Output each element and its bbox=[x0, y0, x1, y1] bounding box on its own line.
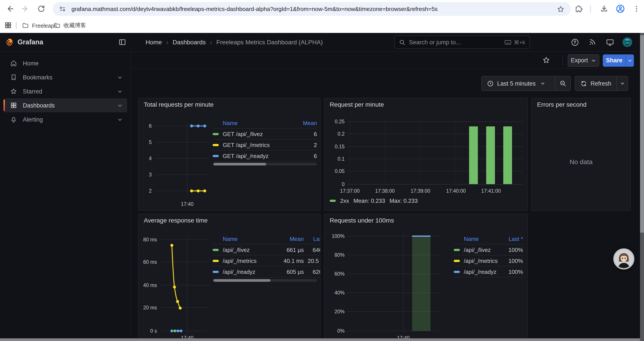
user-avatar[interactable] bbox=[622, 37, 632, 47]
bookmark-star-icon[interactable] bbox=[557, 5, 565, 13]
series-name[interactable]: GET /api/_/readyz bbox=[223, 153, 298, 159]
refresh-interval-button[interactable] bbox=[617, 76, 628, 90]
chevron-down-icon[interactable] bbox=[117, 117, 123, 122]
keyboard-icon bbox=[504, 38, 512, 46]
y-tick: 40% bbox=[324, 289, 344, 296]
profile-icon[interactable] bbox=[615, 4, 626, 14]
panel-title[interactable]: Requests under 100ms bbox=[330, 217, 394, 224]
export-button[interactable]: Export bbox=[568, 54, 599, 67]
sidebar-item-bookmarks[interactable]: Bookmarks bbox=[4, 70, 127, 84]
sidebar-item-alerting[interactable]: Alerting bbox=[4, 112, 127, 126]
series-name[interactable]: 2xx bbox=[340, 197, 349, 204]
floating-assistant-avatar[interactable] bbox=[613, 248, 634, 269]
horizontal-scrollbar[interactable] bbox=[0, 338, 640, 341]
y-tick: 0.05 bbox=[325, 168, 344, 175]
sidebar-item-starred[interactable]: Starred bbox=[4, 84, 127, 98]
refresh-controls: Refresh bbox=[575, 76, 628, 91]
y-tick: 80 ms bbox=[138, 236, 157, 243]
panel-errors-per-second[interactable]: Errors per second No data bbox=[531, 98, 631, 211]
brand-title[interactable]: Grafana bbox=[18, 38, 43, 46]
news-rss-icon[interactable] bbox=[588, 38, 597, 47]
sidebar-toggle-icon[interactable] bbox=[118, 38, 126, 46]
search-box[interactable]: ⌘+k bbox=[394, 36, 530, 49]
favorite-star-icon[interactable] bbox=[542, 56, 550, 64]
panel-avg-response-time[interactable]: Average response time 80 ms 60 ms 40 ms … bbox=[138, 214, 320, 341]
sidebar-item-home[interactable]: Home bbox=[4, 56, 127, 70]
grafana-logo[interactable] bbox=[4, 37, 14, 47]
x-tick: 17:41:00 bbox=[478, 187, 504, 194]
panel-title[interactable]: Total requests per minute bbox=[144, 101, 214, 108]
legend-row[interactable]: /api/_/metrics 100% bbox=[454, 255, 523, 266]
series-name[interactable]: GET /api/_/metrics bbox=[223, 142, 298, 148]
series-name[interactable]: /api/_/readyz bbox=[464, 268, 502, 275]
series-name[interactable]: /api/_/livez bbox=[464, 246, 502, 253]
chevron-down-icon[interactable] bbox=[117, 88, 123, 94]
vertical-scrollbar-thumb[interactable] bbox=[640, 35, 644, 233]
bookmark-folder-blogs[interactable]: 收藏博客 bbox=[54, 18, 86, 33]
url-input[interactable] bbox=[72, 6, 550, 12]
sidebar-item-dashboards[interactable]: Dashboards bbox=[4, 98, 127, 112]
url-bar[interactable] bbox=[52, 2, 571, 16]
share-button[interactable]: Share bbox=[603, 54, 626, 67]
panel-under-100ms[interactable]: Requests under 100ms 100% 80% 60% 40% 20… bbox=[324, 214, 528, 341]
chevron-down-icon[interactable] bbox=[117, 74, 123, 80]
legend-col-mean[interactable]: Mean bbox=[298, 120, 317, 126]
menu-icon[interactable] bbox=[631, 4, 642, 14]
panel-total-requests[interactable]: Total requests per minute 6 5 4 3 2 17:4… bbox=[138, 98, 320, 211]
apps-grid-icon[interactable] bbox=[4, 22, 12, 29]
bookmark-label: 收藏博客 bbox=[64, 22, 86, 29]
site-info-icon[interactable] bbox=[59, 5, 66, 13]
refresh-button[interactable]: Refresh bbox=[575, 76, 616, 90]
legend-col-name[interactable]: Name bbox=[223, 120, 298, 126]
series-last: 100% bbox=[502, 257, 523, 264]
series-name[interactable]: /api/_/livez bbox=[223, 246, 277, 253]
legend-row[interactable]: /api/_/metrics 40.1 ms 20.5 r bbox=[212, 255, 320, 266]
help-icon[interactable]: ? bbox=[570, 38, 579, 47]
sidebar-item-label: Starred bbox=[23, 88, 42, 95]
x-tick: 17:38:00 bbox=[372, 187, 398, 194]
panel-title[interactable]: Errors per second bbox=[537, 101, 586, 108]
series-name[interactable]: /api/_/readyz bbox=[223, 268, 277, 275]
legend-col-last[interactable]: Las bbox=[304, 235, 320, 242]
chevron-down-icon[interactable] bbox=[117, 103, 123, 108]
series-swatch bbox=[212, 249, 219, 251]
series-name[interactable]: /api/_/metrics bbox=[223, 257, 277, 264]
reload-icon[interactable] bbox=[36, 4, 46, 14]
time-range-picker[interactable]: Last 5 minutes bbox=[482, 76, 555, 90]
legend-row[interactable]: GET /api/_/readyz 6 bbox=[212, 150, 317, 161]
share-menu-button[interactable] bbox=[626, 54, 634, 67]
legend-col-last[interactable]: Last * bbox=[502, 235, 523, 242]
extensions-icon[interactable] bbox=[574, 4, 584, 14]
legend-row[interactable]: /api/_/readyz 605 µs 620 bbox=[212, 266, 320, 277]
y-tick: 20 ms bbox=[138, 304, 157, 311]
bookmark-folder-freeleaps[interactable]: Freeleaps bbox=[22, 18, 57, 33]
legend-scrollbar[interactable] bbox=[212, 279, 317, 282]
panel-title[interactable]: Average response time bbox=[144, 217, 208, 224]
legend-col-mean[interactable]: Mean bbox=[277, 235, 304, 242]
download-icon[interactable] bbox=[599, 4, 609, 14]
vertical-scrollbar[interactable] bbox=[640, 33, 644, 341]
help-glyph: ? bbox=[573, 40, 576, 45]
legend-row[interactable]: /api/_/livez 661 µs 646 bbox=[212, 244, 320, 255]
legend-row[interactable]: /api/_/livez 100% bbox=[454, 244, 523, 255]
forward-icon[interactable] bbox=[20, 4, 31, 14]
breadcrumb-dashboards[interactable]: Dashboards bbox=[172, 39, 206, 46]
legend-col-name[interactable]: Name bbox=[223, 235, 277, 242]
series-name[interactable]: GET /api/_/livez bbox=[223, 131, 298, 137]
search-input[interactable] bbox=[409, 39, 501, 46]
breadcrumb-home[interactable]: Home bbox=[146, 39, 162, 46]
y-tick: 0.25 bbox=[325, 118, 344, 125]
legend-row[interactable]: GET /api/_/livez 6 bbox=[212, 128, 317, 139]
monitor-icon[interactable] bbox=[606, 38, 614, 47]
legend-row[interactable]: GET /api/_/metrics 2 bbox=[212, 139, 317, 150]
panel-title[interactable]: Request per minute bbox=[330, 101, 384, 108]
zoom-out-button[interactable] bbox=[556, 76, 570, 90]
series-swatch bbox=[454, 260, 460, 262]
legend-row[interactable]: 2xx Mean: 0.233 Max: 0.233 bbox=[330, 197, 418, 204]
legend-scrollbar[interactable] bbox=[212, 163, 317, 165]
series-name[interactable]: /api/_/metrics bbox=[464, 257, 502, 264]
legend-col-name[interactable]: Name bbox=[464, 235, 502, 242]
panel-request-per-minute[interactable]: Request per minute 0.25 0.2 0.15 0.1 0.0… bbox=[324, 98, 528, 211]
back-icon[interactable] bbox=[4, 4, 15, 14]
legend-row[interactable]: /api/_/readyz 100% bbox=[454, 266, 523, 277]
